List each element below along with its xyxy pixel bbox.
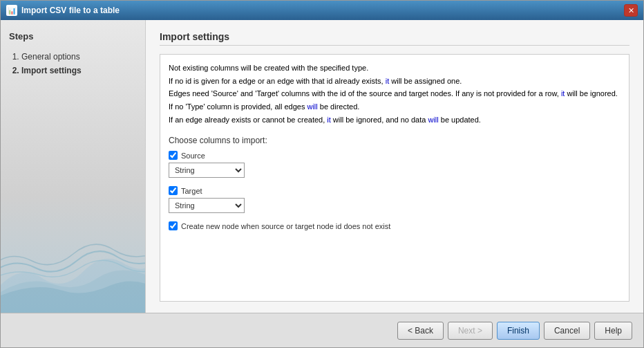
target-dropdown-row: String Integer Double Boolean <box>169 198 621 213</box>
decorative-wave <box>1 230 145 313</box>
source-group: Source String Integer Double Boolean <box>169 151 621 178</box>
source-type-dropdown[interactable]: String Integer Double Boolean <box>169 163 245 178</box>
main-panel: Import settings Not existing columns wil… <box>146 20 643 313</box>
target-type-dropdown[interactable]: String Integer Double Boolean <box>169 198 245 213</box>
help-button[interactable]: Help <box>594 322 632 340</box>
info-line-2: If no id is given for a edge or an edge … <box>169 75 621 88</box>
import-settings-box: Not existing columns will be created wit… <box>160 54 629 302</box>
target-group: Target String Integer Double Boolean <box>169 186 621 213</box>
source-dropdown-row: String Integer Double Boolean <box>169 163 621 178</box>
window-title: Import CSV file to a table <box>21 6 620 15</box>
sidebar-item-import[interactable]: Import settings <box>21 64 137 77</box>
title-bar: 📊 Import CSV file to a table ✕ <box>1 1 643 20</box>
back-button[interactable]: < Back <box>397 322 444 340</box>
info-line-3: Edges need 'Source' and 'Target' columns… <box>169 87 621 100</box>
finish-button[interactable]: Finish <box>497 322 540 340</box>
main-window: 📊 Import CSV file to a table ✕ Steps Gen… <box>0 0 644 348</box>
create-node-checkbox[interactable] <box>169 221 178 230</box>
cancel-button[interactable]: Cancel <box>544 322 590 340</box>
sidebar-item-general[interactable]: General options <box>21 50 137 64</box>
next-button[interactable]: Next > <box>448 322 493 340</box>
source-label: Source <box>181 152 205 160</box>
create-node-row: Create new node when source or target no… <box>169 221 621 230</box>
sidebar: Steps General options Import settings <box>1 20 146 313</box>
sidebar-title: Steps <box>9 31 137 42</box>
info-line-4: If no 'Type' column is provided, all edg… <box>169 100 621 113</box>
bottom-bar: < Back Next > Finish Cancel Help <box>1 313 643 347</box>
close-button[interactable]: ✕ <box>624 4 638 17</box>
target-label: Target <box>181 187 202 195</box>
info-line-5: If an edge already exists or cannot be c… <box>169 113 621 127</box>
create-node-label: Create new node when source or target no… <box>181 222 390 230</box>
app-icon: 📊 <box>6 5 17 16</box>
choose-columns-label: Choose columns to import: <box>169 136 621 145</box>
content-area: Steps General options Import settings <box>1 20 643 313</box>
info-line-1: Not existing columns will be created wit… <box>169 62 621 75</box>
info-text-block: Not existing columns will be created wit… <box>169 62 621 126</box>
source-checkbox-row: Source <box>169 151 621 160</box>
target-checkbox-row: Target <box>169 186 621 195</box>
source-checkbox[interactable] <box>169 151 178 160</box>
target-checkbox[interactable] <box>169 186 178 195</box>
panel-title: Import settings <box>160 31 629 46</box>
